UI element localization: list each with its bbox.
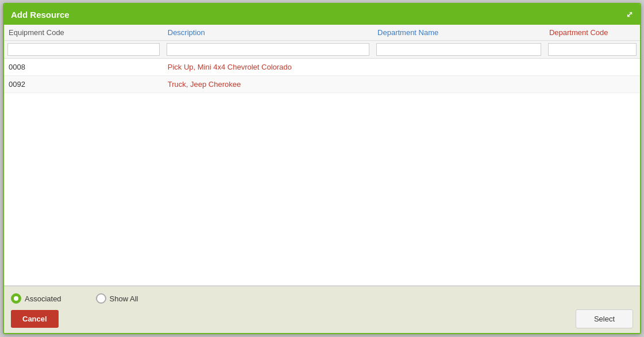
select-button[interactable]: Select xyxy=(576,309,633,328)
radio-show-all-label: Show All xyxy=(110,294,138,303)
col-department-code: Department Code xyxy=(545,25,640,41)
cell-department_name xyxy=(373,59,545,76)
cell-department_code xyxy=(545,59,640,76)
dialog-footer: Associated Show All Cancel Select xyxy=(4,286,640,333)
filter-row xyxy=(4,41,640,59)
cell-description: Pick Up, Mini 4x4 Chevrolet Colorado xyxy=(163,59,373,76)
cell-equipment_code: 0008 xyxy=(4,59,163,76)
radio-associated[interactable]: Associated xyxy=(11,293,61,304)
cell-equipment_code: 0092 xyxy=(4,76,163,93)
radio-show-all[interactable]: Show All xyxy=(96,293,138,304)
table-wrapper: Equipment Code Description Department Na… xyxy=(4,25,640,286)
footer-radios: Associated Show All xyxy=(11,291,633,306)
add-resource-dialog: Add Resource ⤢ Equipment Code Descriptio… xyxy=(3,3,641,334)
dialog-title: Add Resource xyxy=(11,10,70,20)
cell-department_code xyxy=(545,76,640,93)
footer-buttons: Cancel Select xyxy=(11,309,633,328)
resource-table: Equipment Code Description Department Na… xyxy=(4,25,640,93)
expand-icon[interactable]: ⤢ xyxy=(626,10,633,19)
filter-equipment-code[interactable] xyxy=(7,43,160,56)
filter-department-code[interactable] xyxy=(548,43,637,56)
table-header-row: Equipment Code Description Department Na… xyxy=(4,25,640,41)
radio-associated-circle xyxy=(11,293,21,304)
col-description: Description xyxy=(163,25,373,41)
dialog-body: Equipment Code Description Department Na… xyxy=(4,25,640,333)
cell-department_name xyxy=(373,76,545,93)
radio-show-all-circle xyxy=(96,293,106,304)
table-row[interactable]: 0092Truck, Jeep Cherokee xyxy=(4,76,640,93)
col-equipment-code: Equipment Code xyxy=(4,25,163,41)
dialog-header: Add Resource ⤢ xyxy=(4,4,640,25)
cancel-button[interactable]: Cancel xyxy=(11,310,59,328)
filter-department-name[interactable] xyxy=(376,43,541,56)
table-row[interactable]: 0008Pick Up, Mini 4x4 Chevrolet Colorado xyxy=(4,59,640,76)
col-department-name: Department Name xyxy=(373,25,545,41)
filter-description[interactable] xyxy=(167,43,369,56)
table-body: 0008Pick Up, Mini 4x4 Chevrolet Colorado… xyxy=(4,59,640,93)
cell-description: Truck, Jeep Cherokee xyxy=(163,76,373,93)
radio-associated-label: Associated xyxy=(25,294,61,303)
